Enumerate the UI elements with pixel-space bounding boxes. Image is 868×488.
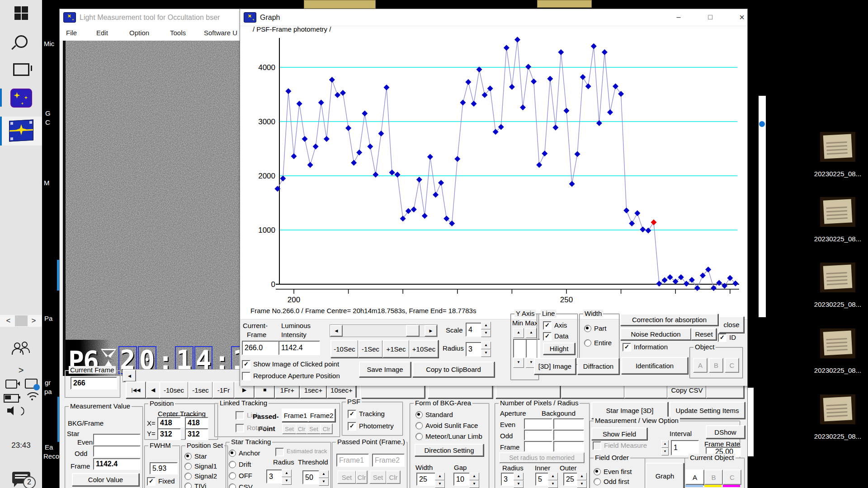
screen-share-icon[interactable]: [10, 379, 52, 389]
passed-frame1-field[interactable]: Frame1: [336, 454, 369, 467]
minus-1fr-button[interactable]: -1Fr: [212, 381, 235, 399]
pixels-radius-spinner[interactable]: ▲▼: [514, 473, 524, 488]
linked-set2-button[interactable]: Set: [307, 423, 321, 434]
background-frame-field[interactable]: [553, 441, 584, 452]
fwhm-value[interactable]: 5.93: [150, 462, 178, 474]
graph-close-button[interactable]: close: [719, 316, 744, 333]
object-b-button[interactable]: B: [704, 469, 723, 485]
linked-clr2-button[interactable]: Clr: [320, 423, 333, 434]
radio-meteor-limb[interactable]: Meteor/Lunar Limb: [415, 432, 482, 440]
minus-1sec-button[interactable]: -1sec: [188, 381, 213, 399]
copy-clipboard-button[interactable]: Copy to ClipBoard: [412, 361, 495, 377]
star-frame-field[interactable]: 1142.4: [93, 458, 141, 470]
linked-frame1-button[interactable]: Frame1: [282, 408, 309, 422]
background-even-field[interactable]: [553, 418, 584, 429]
graph-scroll-left[interactable]: ◀: [330, 325, 343, 337]
3d-image-button[interactable]: [3D] Image: [534, 358, 576, 375]
chevron-up-icon[interactable]: >: [0, 365, 42, 375]
desktop-file-icon[interactable]: 20230225_08...: [809, 132, 866, 178]
graph-object-c-button[interactable]: C: [725, 358, 739, 373]
radio-star[interactable]: Star: [184, 452, 207, 460]
graph-radius-spinner[interactable]: ▲▼: [481, 342, 491, 357]
reset-button[interactable]: Reset: [691, 328, 717, 340]
show-field-button[interactable]: Show Field: [591, 427, 647, 440]
video-frame-view[interactable]: P6 2 0 : 1 4 : 1 8: [63, 41, 242, 376]
position-x-center[interactable]: 418: [157, 417, 181, 429]
object-a-button[interactable]: A: [685, 469, 704, 485]
color-value-button[interactable]: Color Value: [72, 473, 139, 486]
radio-signal2[interactable]: Signal2: [184, 472, 217, 480]
search-icon[interactable]: [0, 35, 42, 48]
psf-tracking-checkbox[interactable]: ✓Tracking: [348, 410, 385, 418]
task-view-icon[interactable]: [0, 63, 42, 76]
scale-field[interactable]: 4: [466, 323, 483, 337]
desktop-file-icon[interactable]: 20230225_08...: [809, 263, 866, 308]
graph-current-frame-field[interactable]: 266.0: [242, 341, 279, 355]
inner-spinner[interactable]: ▲▼: [548, 473, 558, 488]
psf-photometry-checkbox[interactable]: ✓Photometry: [348, 422, 394, 431]
taskbar-scroll-right-icon[interactable]: >: [13, 316, 55, 325]
menu-software[interactable]: Software U: [204, 29, 237, 37]
graph-scroll-thumb[interactable]: [406, 325, 420, 337]
passed-set1-button[interactable]: Set: [337, 470, 356, 484]
radio-signal1[interactable]: Signal1: [184, 462, 217, 470]
scale-spinner[interactable]: ▲▼: [481, 322, 491, 337]
id-checkbox[interactable]: ✓ID: [718, 333, 736, 342]
ymax-up[interactable]: ▲: [526, 328, 537, 338]
menu-file[interactable]: File: [66, 29, 77, 37]
desktop-file-icon[interactable]: 20230225_08...: [809, 394, 866, 440]
wifi-icon[interactable]: [11, 391, 53, 402]
aperture-frame-field[interactable]: [524, 441, 552, 452]
passed-clr2-button[interactable]: Clr: [386, 470, 401, 484]
interval-field[interactable]: 1: [671, 440, 699, 455]
skip-start-button[interactable]: |◀◀: [126, 381, 146, 399]
radio-even-first[interactable]: Even first: [594, 468, 632, 475]
position-x-tracking[interactable]: 418: [185, 417, 208, 429]
dshow-button[interactable]: DShow: [706, 425, 745, 439]
app-icon-limovie-2[interactable]: [0, 120, 42, 141]
direction-setting-button[interactable]: Direction Setting: [415, 444, 484, 456]
rotate-checkbox[interactable]: Rotate: [236, 424, 267, 432]
graph-button[interactable]: Graph: [646, 463, 684, 488]
diffraction-button[interactable]: Diffraction: [577, 358, 619, 375]
plus-10sec-graph-button[interactable]: +10Sec: [409, 340, 439, 358]
current-frame-value[interactable]: 266: [71, 377, 117, 389]
ymin-down[interactable]: ▼: [513, 358, 524, 368]
estimated-track-checkbox[interactable]: Estimated track: [275, 448, 327, 456]
position-y-tracking[interactable]: 312: [185, 428, 208, 440]
bkg-width-spinner[interactable]: ▲▼: [435, 473, 445, 488]
menu-edit[interactable]: Edit: [96, 29, 108, 37]
aperture-odd-field[interactable]: [524, 430, 552, 441]
taskbar-clock[interactable]: 23:43: [0, 441, 42, 450]
line-axis-checkbox[interactable]: ✓Axis: [543, 321, 567, 330]
step-back-button[interactable]: ◀: [146, 381, 160, 399]
hilight-button[interactable]: Hilight: [543, 343, 575, 355]
graph-radius-field[interactable]: 3: [466, 342, 483, 357]
radio-anchor[interactable]: Anchor: [229, 449, 260, 457]
radio-entire[interactable]: Entire: [584, 339, 612, 347]
field-measure-checkbox[interactable]: Field Measure: [593, 441, 647, 450]
ymin-up[interactable]: ▲: [513, 328, 524, 338]
tracking-radius-spinner[interactable]: ▲▼: [282, 469, 292, 485]
graph-scroll-right[interactable]: ▶: [425, 325, 437, 337]
radio-odd-first[interactable]: Odd first: [594, 478, 629, 485]
show-image-checkbox[interactable]: ✓Show Image of Clicked point: [242, 360, 339, 369]
desktop-file-icon[interactable]: 20230225_08...: [809, 328, 866, 374]
object-c-button[interactable]: C: [723, 469, 741, 485]
radio-off[interactable]: OFF: [229, 472, 252, 479]
passed-clr1-button[interactable]: Clr: [356, 470, 368, 484]
save-image-button[interactable]: Save Image: [359, 361, 411, 377]
photometry-plot[interactable]: 01000200030004000200250: [240, 31, 747, 307]
close-button[interactable]: ×: [735, 12, 749, 23]
update-setting-items-button[interactable]: Update Setting Items: [670, 402, 745, 419]
minus-10sec-button[interactable]: -10sec: [159, 381, 189, 399]
radio-avoid-sunlit[interactable]: Avoid Sunlit Face: [415, 422, 478, 429]
star-even-field[interactable]: [93, 434, 141, 445]
volume-icon[interactable]: [0, 406, 36, 416]
bkg-gap-field[interactable]: 10: [453, 473, 472, 486]
chat-icon[interactable]: 2: [0, 472, 42, 483]
passed-frame2-field[interactable]: Frame2: [372, 454, 405, 467]
star-odd-field[interactable]: [93, 446, 141, 457]
threshold-spinner[interactable]: ▲▼: [319, 470, 329, 486]
scrollbar-left-arrow[interactable]: ◀: [123, 370, 136, 382]
